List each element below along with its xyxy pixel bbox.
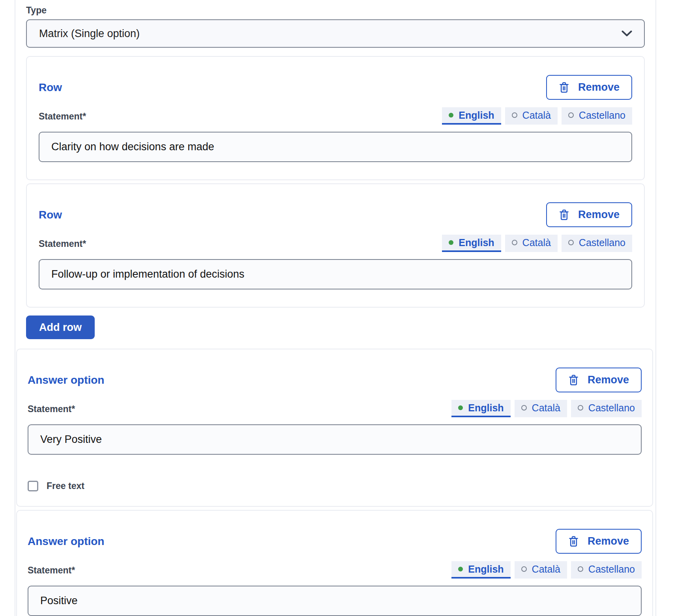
answer-option-card-title: Answer option bbox=[28, 374, 104, 386]
tab-language-english[interactable]: English bbox=[451, 400, 510, 417]
tab-language-castellano[interactable]: Castellano bbox=[562, 235, 632, 252]
trash-icon bbox=[559, 82, 569, 93]
selected-language-dot-icon bbox=[449, 113, 453, 118]
selected-language-dot-icon bbox=[449, 240, 453, 245]
tab-language-castellano[interactable]: Castellano bbox=[562, 107, 632, 125]
language-radio-icon bbox=[512, 112, 517, 118]
answer-option-card: Answer option Remove Statement* bbox=[16, 510, 653, 616]
trash-icon bbox=[559, 209, 569, 221]
free-text-label: Free text bbox=[47, 481, 84, 491]
language-tabs: English Català Castellano bbox=[442, 107, 632, 125]
add-row-button[interactable]: Add row bbox=[26, 315, 95, 339]
language-radio-icon bbox=[568, 112, 574, 118]
remove-button-label: Remove bbox=[578, 81, 620, 93]
tab-language-english[interactable]: English bbox=[451, 561, 510, 579]
tab-language-catala[interactable]: Català bbox=[505, 107, 558, 125]
remove-answer-option-button[interactable]: Remove bbox=[556, 368, 642, 392]
type-label: Type bbox=[26, 5, 645, 16]
language-radio-icon bbox=[578, 405, 583, 411]
row-statement-input[interactable] bbox=[39, 132, 632, 162]
statement-label: Statement* bbox=[28, 565, 75, 579]
statement-label: Statement* bbox=[28, 404, 75, 417]
language-tabs: English Català Castellano bbox=[442, 235, 632, 252]
tab-language-catala[interactable]: Català bbox=[515, 400, 567, 417]
row-card-title: Row bbox=[39, 209, 62, 221]
chevron-down-icon bbox=[622, 30, 632, 37]
answer-option-card: Answer option Remove Statement* bbox=[16, 349, 653, 507]
question-form-panel: Type Matrix (Single option) Row bbox=[15, 0, 656, 616]
free-text-checkbox[interactable] bbox=[28, 481, 38, 491]
tab-language-catala[interactable]: Català bbox=[505, 235, 558, 252]
language-radio-icon bbox=[521, 405, 527, 411]
tab-language-castellano[interactable]: Castellano bbox=[571, 561, 642, 579]
tab-language-english[interactable]: English bbox=[442, 235, 501, 252]
answer-option-statement-input[interactable] bbox=[28, 586, 642, 616]
row-card: Row Remove Statement* bbox=[26, 56, 645, 180]
trash-icon bbox=[568, 374, 579, 386]
row-card: Row Remove Statement* bbox=[26, 183, 645, 308]
matrix-question-section: Type Matrix (Single option) Row bbox=[15, 0, 655, 339]
question-type-selected-value: Matrix (Single option) bbox=[39, 28, 140, 40]
remove-row-button[interactable]: Remove bbox=[546, 75, 632, 100]
statement-label: Statement* bbox=[39, 239, 86, 252]
language-radio-icon bbox=[512, 240, 517, 245]
answer-option-card-title: Answer option bbox=[28, 535, 104, 548]
row-statement-input[interactable] bbox=[39, 259, 632, 289]
tab-language-castellano[interactable]: Castellano bbox=[571, 400, 642, 417]
tab-language-catala[interactable]: Català bbox=[515, 561, 567, 579]
language-radio-icon bbox=[521, 566, 527, 572]
tab-language-english[interactable]: English bbox=[442, 107, 501, 125]
language-radio-icon bbox=[578, 566, 583, 572]
free-text-option[interactable]: Free text bbox=[28, 481, 642, 491]
remove-answer-option-button[interactable]: Remove bbox=[556, 529, 642, 554]
question-type-select[interactable]: Matrix (Single option) bbox=[26, 19, 645, 48]
language-tabs: English Català Castellano bbox=[451, 561, 642, 579]
language-radio-icon bbox=[568, 240, 574, 245]
remove-button-label: Remove bbox=[588, 535, 629, 547]
selected-language-dot-icon bbox=[458, 405, 463, 410]
remove-row-button[interactable]: Remove bbox=[546, 202, 632, 227]
language-tabs: English Català Castellano bbox=[451, 400, 642, 417]
remove-button-label: Remove bbox=[578, 209, 620, 221]
selected-language-dot-icon bbox=[458, 567, 463, 571]
answer-option-statement-input[interactable] bbox=[28, 424, 642, 455]
statement-label: Statement* bbox=[39, 111, 86, 125]
trash-icon bbox=[568, 536, 579, 547]
remove-button-label: Remove bbox=[588, 374, 629, 386]
row-card-title: Row bbox=[39, 81, 62, 94]
